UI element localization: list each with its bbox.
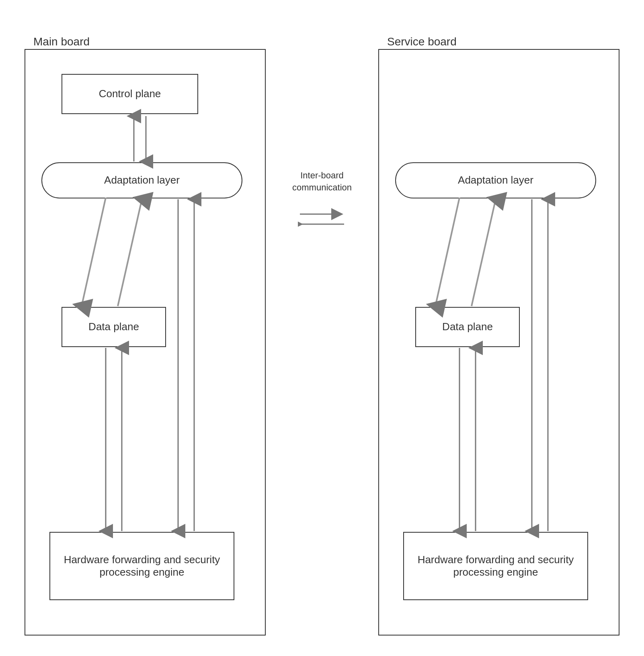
control-plane-box: Control plane <box>62 74 198 114</box>
svg-line-7 <box>118 199 142 306</box>
inter-board-area: Inter-board communication <box>298 33 346 640</box>
diagram-container: Main board Control plane Adaptation laye… <box>21 17 623 640</box>
main-data-plane-label: Data plane <box>88 321 139 333</box>
inter-board-label: Inter-board communication <box>292 170 352 194</box>
main-board-title: Main board <box>33 35 90 48</box>
svg-line-6 <box>82 198 106 306</box>
main-hardware-label: Hardware forwarding and security process… <box>54 554 230 578</box>
service-hardware-label: Hardware forwarding and security process… <box>408 554 583 578</box>
service-adaptation-layer-box: Adaptation layer <box>395 162 596 198</box>
main-adaptation-layer-label: Adaptation layer <box>104 174 180 186</box>
service-board-title: Service board <box>387 35 457 48</box>
inter-board-line2: communication <box>292 182 352 192</box>
main-board: Main board Control plane Adaptation laye… <box>25 49 266 636</box>
svg-line-19 <box>472 199 496 306</box>
service-data-plane-label: Data plane <box>442 321 493 333</box>
control-plane-label: Control plane <box>99 88 161 100</box>
service-data-plane-box: Data plane <box>415 307 520 347</box>
main-adaptation-layer-box: Adaptation layer <box>41 162 242 198</box>
main-data-plane-box: Data plane <box>62 307 166 347</box>
service-adaptation-layer-label: Adaptation layer <box>458 174 533 186</box>
inter-board-arrows-svg <box>298 198 346 246</box>
service-board: Service board Adaptation layer Data plan… <box>378 49 619 636</box>
svg-line-18 <box>435 198 459 306</box>
inter-board-line1: Inter-board <box>300 170 344 180</box>
main-hardware-box: Hardware forwarding and security process… <box>49 532 234 600</box>
service-hardware-box: Hardware forwarding and security process… <box>403 532 588 600</box>
